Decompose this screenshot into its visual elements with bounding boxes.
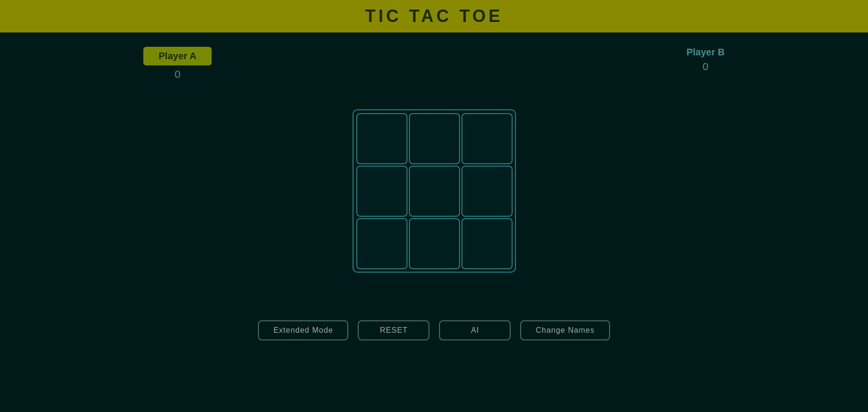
cell-6[interactable] — [356, 218, 407, 269]
cell-4[interactable] — [409, 166, 460, 217]
player-a-score: 0 — [175, 68, 181, 81]
player-b-section: Player B 0 — [686, 47, 725, 81]
player-a-name: Player A — [159, 51, 196, 61]
app-header: TIC TAC TOE — [0, 0, 868, 32]
board-container — [0, 109, 868, 273]
buttons-area: Extended Mode RESET AI Change Names — [0, 320, 868, 350]
game-board — [353, 109, 516, 273]
cell-0[interactable] — [356, 113, 407, 164]
ai-button[interactable]: AI — [439, 320, 511, 340]
player-b-name: Player B — [686, 47, 725, 58]
player-a-section: Player A 0 — [143, 47, 212, 81]
player-b-score: 0 — [703, 61, 708, 73]
cell-2[interactable] — [461, 113, 513, 164]
cell-5[interactable] — [461, 166, 513, 217]
player-a-name-box: Player A — [143, 47, 212, 65]
app-title: TIC TAC TOE — [365, 6, 503, 26]
cell-3[interactable] — [356, 166, 407, 217]
reset-button[interactable]: RESET — [358, 320, 429, 340]
cell-8[interactable] — [461, 218, 513, 269]
extended-mode-button[interactable]: Extended Mode — [258, 320, 348, 340]
cell-7[interactable] — [409, 218, 460, 269]
cell-1[interactable] — [409, 113, 460, 164]
change-names-button[interactable]: Change Names — [520, 320, 610, 340]
players-area: Player A 0 Player B 0 — [0, 37, 868, 81]
